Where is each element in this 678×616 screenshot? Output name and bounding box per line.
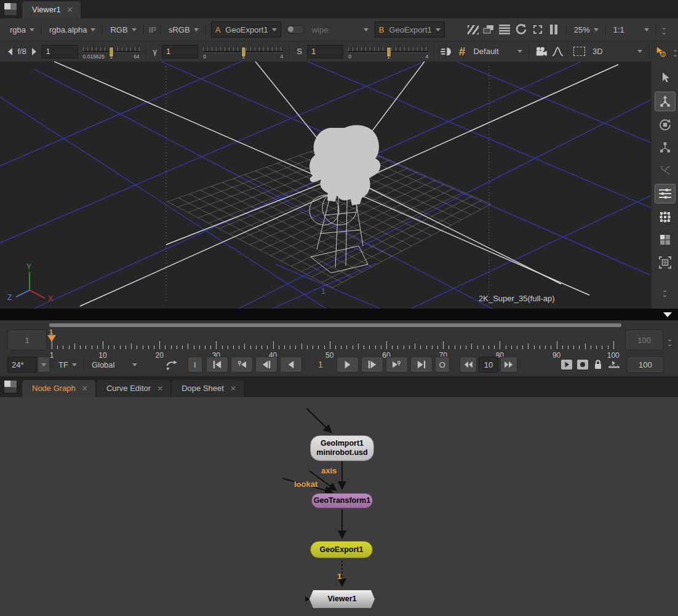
close-icon[interactable]: ✕ [157,384,163,393]
input-preview-icon[interactable]: i [655,45,666,58]
split-view-icon[interactable] [655,231,675,249]
play-backward-button[interactable] [280,357,302,373]
camera-icon[interactable] [535,46,548,57]
node-geoimport1[interactable]: GeoImport1 minirobot.usd [310,435,374,461]
current-frame[interactable]: 1 [305,360,337,369]
ruler-tick [324,346,325,349]
channels-dropdown[interactable]: rgba [7,24,37,36]
range-mode-dropdown[interactable]: Global [89,359,140,371]
goto-start-button[interactable] [206,357,228,373]
b-input-selector[interactable]: B GeoExport1 [375,22,445,38]
refresh-icon[interactable] [512,20,530,39]
timeline-range-bar[interactable] [49,323,621,327]
collapse-chevron-icon[interactable]: ⌄⌄ [672,47,678,57]
view-mode-dropdown[interactable]: 3D [590,45,645,57]
select-tool-icon[interactable] [655,69,675,87]
jump-back-button[interactable] [460,357,477,373]
range-out-input[interactable]: 100 [625,330,663,350]
layer-dropdown[interactable]: rgba.alpha [47,24,98,36]
fps-input[interactable]: 24* [7,357,37,373]
collapse-chevron-icon[interactable]: ⌄⌄ [662,287,668,297]
play-forward-button[interactable] [337,357,359,373]
pixel-aspect-dropdown[interactable]: 1:1 [611,24,652,36]
expand-triangle-icon[interactable] [663,312,672,317]
node-geoexport1[interactable]: GeoExport1 [310,541,373,558]
wipe-mode-dropdown[interactable]: wipe [309,24,371,36]
close-icon[interactable]: ✕ [67,6,73,14]
proxy-stripes-icon[interactable] [466,20,481,39]
collapse-chevron-icon[interactable]: ⌄⌄ [667,336,672,346]
headlamp-icon[interactable] [441,46,453,57]
saturation-input[interactable]: 1 [307,45,343,58]
fps-dropdown[interactable] [38,357,50,373]
translate-tool-icon[interactable] [655,92,676,111]
frame-view-icon[interactable] [655,253,675,272]
saturation-slider[interactable]: 0 1 4 [348,45,428,58]
transform-handles-icon[interactable] [655,208,675,226]
tab-node-graph[interactable]: Node Graph✕ [22,380,95,397]
jump-forward-button[interactable] [500,357,517,373]
set-out-button[interactable]: O [435,357,450,373]
timeline-ruler[interactable]: 1 1102030405060708090100 [0,329,624,355]
end-frame-input[interactable]: 100 [627,356,664,373]
rotate-tool-icon[interactable] [655,116,675,134]
pane-layout-icon[interactable] [4,380,17,393]
ruler-tick [154,346,154,349]
roi-marquee-icon[interactable] [573,47,585,56]
viewer-3d-viewport[interactable]: 1 Y X Z 2K_Super_35(full-ap) [0,61,651,309]
goto-end-button[interactable] [410,357,433,373]
close-icon[interactable]: ✕ [230,384,236,393]
viewer-colorspace-dropdown[interactable]: sRGB [166,24,201,36]
viewer-tabbar: Viewer1 ✕ [0,0,678,18]
gamma-slider[interactable]: 0 1 4 [203,45,283,58]
overlay-screens-icon[interactable] [481,20,497,39]
curve-profile-icon[interactable] [552,47,564,57]
ruler-tick [381,346,381,349]
robot-model[interactable] [309,125,380,205]
node-viewer1[interactable]: Viewer1 [309,590,375,608]
display-properties-icon[interactable] [655,184,676,203]
a-input-selector[interactable]: A GeoExport1 [211,22,281,38]
curve-strip-collapsed[interactable] [0,309,678,320]
tab-curve-editor[interactable]: Curve Editor✕ [97,380,170,397]
ruler-tick [364,346,364,349]
lut-dropdown[interactable]: Default [471,45,524,57]
flipbook-icon[interactable] [560,359,573,370]
input-process-toggle[interactable]: IP [149,25,156,34]
gamma-input[interactable]: 1 [162,45,198,58]
node-geotransform1[interactable]: GeoTransform1 [311,493,373,508]
prev-fstop-icon[interactable] [7,48,12,55]
pause-icon[interactable] [546,20,562,39]
prev-keyframe-button[interactable] [231,357,253,373]
axis-input-label: axis [321,466,337,475]
capture-icon[interactable] [576,359,589,370]
next-fstop-icon[interactable] [31,48,36,55]
nodegraph-canvas[interactable]: axis lookat 1 GeoImport1 minirobot.usd G… [0,397,678,616]
collapse-chevron-icon[interactable]: ⌄⌄ [661,25,667,34]
gain-slider[interactable]: 0.015625 1 64 [83,45,140,58]
scale-tool-icon[interactable] [655,138,675,157]
tf-dropdown[interactable]: TF [56,359,79,371]
pane-layout-icon[interactable] [4,2,17,16]
gain-input[interactable]: 1 [41,45,78,58]
gate-display-icon[interactable] [530,20,546,39]
tab-viewer1[interactable]: Viewer1 ✕ [22,1,81,18]
stack-lines-icon[interactable] [497,20,512,39]
tab-dope-sheet[interactable]: Dope Sheet✕ [172,380,244,397]
lock-range-icon[interactable] [592,359,604,370]
close-icon[interactable]: ✕ [82,384,88,393]
timeline-marker-icon[interactable] [607,359,621,370]
zoom-level-dropdown[interactable]: 25% [572,24,601,36]
ruler-tick [313,346,313,349]
next-keyframe-button[interactable] [386,357,408,373]
frame-skip-input[interactable]: 10 [479,357,498,373]
set-in-button[interactable]: I [188,357,202,373]
tab-label: Dope Sheet [181,384,224,393]
display-channel-dropdown[interactable]: RGB [108,24,138,36]
step-forward-button[interactable] [361,357,383,373]
grid-snap-icon[interactable]: # [459,45,466,58]
free-transform-tool-icon[interactable] [655,161,675,180]
wipe-toggle[interactable] [286,25,305,34]
loop-mode-icon[interactable] [164,358,179,371]
step-back-button[interactable] [255,357,277,373]
